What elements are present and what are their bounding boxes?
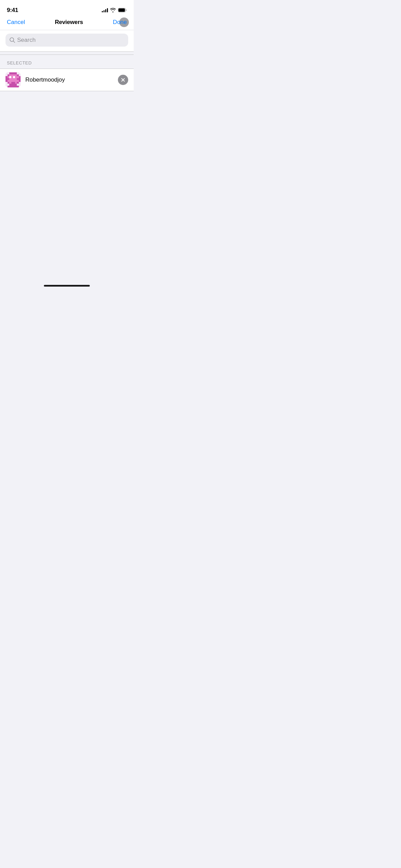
remove-reviewer-button[interactable] bbox=[118, 75, 128, 85]
svg-rect-39 bbox=[8, 82, 10, 84]
svg-rect-40 bbox=[9, 82, 11, 84]
search-bar bbox=[5, 34, 128, 47]
svg-rect-41 bbox=[11, 82, 13, 84]
svg-rect-27 bbox=[13, 78, 15, 80]
cancel-button[interactable]: Cancel bbox=[7, 19, 25, 26]
svg-rect-35 bbox=[13, 80, 15, 82]
svg-rect-15 bbox=[5, 76, 8, 78]
svg-rect-54 bbox=[17, 86, 19, 88]
svg-rect-36 bbox=[15, 80, 17, 82]
svg-rect-5 bbox=[9, 72, 11, 74]
avatar bbox=[5, 72, 21, 87]
svg-rect-10 bbox=[9, 74, 11, 76]
svg-rect-9 bbox=[8, 74, 10, 76]
svg-rect-13 bbox=[15, 74, 17, 76]
search-container bbox=[0, 30, 134, 51]
svg-rect-50 bbox=[9, 86, 11, 88]
svg-rect-25 bbox=[9, 78, 11, 80]
svg-rect-21 bbox=[17, 76, 19, 78]
done-label: Done bbox=[113, 19, 127, 25]
svg-rect-46 bbox=[11, 84, 13, 86]
close-icon bbox=[121, 77, 125, 82]
svg-line-3 bbox=[13, 41, 15, 43]
svg-rect-30 bbox=[19, 78, 21, 80]
svg-rect-18 bbox=[11, 76, 13, 78]
reviewer-username: Robertmoodjoy bbox=[25, 76, 113, 83]
svg-rect-32 bbox=[8, 80, 10, 82]
svg-rect-26 bbox=[11, 78, 13, 80]
svg-rect-33 bbox=[9, 80, 11, 82]
svg-rect-14 bbox=[17, 74, 19, 76]
selected-users-list: Robertmoodjoy bbox=[0, 69, 134, 91]
svg-rect-23 bbox=[5, 78, 8, 80]
svg-rect-51 bbox=[11, 86, 13, 88]
svg-rect-1 bbox=[119, 9, 125, 12]
svg-rect-45 bbox=[9, 84, 11, 86]
svg-rect-52 bbox=[13, 86, 15, 88]
svg-rect-37 bbox=[17, 80, 19, 82]
svg-rect-53 bbox=[15, 86, 17, 88]
svg-rect-48 bbox=[15, 84, 17, 86]
status-time: 9:41 bbox=[7, 7, 18, 14]
svg-rect-7 bbox=[13, 72, 15, 74]
home-indicator bbox=[44, 285, 90, 287]
svg-rect-17 bbox=[9, 76, 11, 78]
search-icon bbox=[10, 37, 15, 43]
svg-rect-12 bbox=[13, 74, 15, 76]
empty-area bbox=[0, 91, 134, 283]
svg-rect-20 bbox=[15, 76, 17, 78]
page-title: Reviewers bbox=[55, 19, 83, 26]
svg-rect-6 bbox=[11, 72, 13, 74]
status-icons bbox=[102, 8, 127, 12]
svg-rect-34 bbox=[11, 80, 13, 82]
svg-rect-8 bbox=[15, 72, 17, 74]
done-button[interactable]: Done bbox=[113, 19, 127, 26]
svg-rect-29 bbox=[17, 78, 19, 80]
svg-rect-49 bbox=[8, 86, 10, 88]
selected-section-header: SELECTED bbox=[0, 55, 134, 69]
svg-rect-22 bbox=[19, 76, 21, 78]
svg-rect-16 bbox=[8, 76, 10, 78]
svg-rect-44 bbox=[17, 82, 19, 84]
status-bar: 9:41 bbox=[0, 0, 134, 16]
svg-rect-42 bbox=[13, 82, 15, 84]
nav-bar: Cancel Reviewers Done bbox=[0, 16, 134, 30]
selected-label: SELECTED bbox=[7, 60, 32, 65]
svg-rect-24 bbox=[8, 78, 10, 80]
wifi-icon bbox=[110, 8, 116, 12]
svg-rect-38 bbox=[19, 80, 21, 82]
list-item: Robertmoodjoy bbox=[0, 69, 134, 91]
search-input[interactable] bbox=[17, 37, 124, 44]
svg-rect-28 bbox=[15, 78, 17, 80]
battery-icon bbox=[118, 8, 127, 12]
signal-icon bbox=[102, 8, 108, 12]
svg-rect-43 bbox=[15, 82, 17, 84]
svg-rect-19 bbox=[13, 76, 15, 78]
svg-rect-11 bbox=[11, 74, 13, 76]
svg-rect-31 bbox=[5, 80, 8, 82]
svg-rect-47 bbox=[13, 84, 15, 86]
section-divider bbox=[0, 51, 134, 55]
svg-point-2 bbox=[10, 38, 14, 41]
